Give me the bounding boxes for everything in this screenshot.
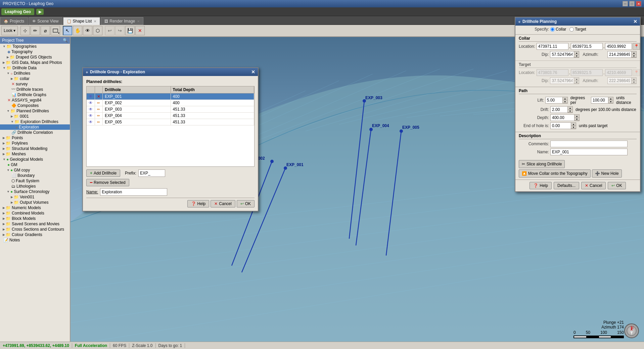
dh-group-close-button[interactable]: ✕ <box>251 69 255 75</box>
sidebar-item-combined[interactable]: ▶ 📁Combined Models <box>0 210 70 216</box>
sidebar-item-drillhole-data[interactable]: ▼ 📁Drillhole Data <box>0 65 70 71</box>
sidebar-item-points[interactable]: ▶ 📁Points <box>0 135 70 141</box>
collar-azimuth-spinner[interactable]: ▲ ▼ <box>607 51 637 58</box>
sidebar-item-block[interactable]: ▶ 📁Block Models <box>0 216 70 221</box>
sidebar-item-survey[interactable]: ✕survey <box>0 81 70 87</box>
toolbar-btn-brush[interactable]: ⬡ <box>93 26 102 35</box>
depth-down[interactable]: ▼ <box>574 118 579 121</box>
lift-spinner[interactable]: ▲ ▼ <box>545 97 568 104</box>
end-up[interactable]: ▲ <box>571 123 576 126</box>
end-down[interactable]: ▼ <box>571 126 576 129</box>
toolbar-btn-cancel[interactable]: ✕ <box>135 26 145 35</box>
end-input[interactable] <box>551 123 571 129</box>
sidebar-item-planned-dh[interactable]: ▼ 📁Planned Drillholes <box>0 108 70 114</box>
toolbar-btn-eye[interactable]: 👁 <box>83 26 92 35</box>
toolbar-btn-rect[interactable]: ▾ <box>51 26 60 35</box>
add-drillhole-button[interactable]: + Add Drillhole <box>86 169 120 177</box>
toolbar-btn-redo[interactable]: ↪ <box>115 26 125 35</box>
toolbar-btn-pointer[interactable]: ↖ <box>63 26 72 35</box>
dh-group-cancel-button[interactable]: ✕ Cancel <box>211 200 235 207</box>
look-dropdown[interactable]: Look ▾ <box>1 26 18 35</box>
toolbar-btn-undo[interactable]: ↩ <box>105 26 114 35</box>
move-collar-button[interactable]: 🔼 Move Collar onto the Topography <box>519 169 591 178</box>
sidebar-item-exploration-dh[interactable]: ▼ 📁Exploration Drillholes <box>0 119 70 124</box>
toolbar-btn-draw[interactable]: ✏ <box>31 26 40 35</box>
depth-up[interactable]: ▲ <box>574 115 579 118</box>
planning-close-button[interactable]: ✕ <box>633 19 637 24</box>
lift-dist-spinner[interactable]: ▲ ▼ <box>591 97 613 104</box>
sidebar-item-cross-sections[interactable]: ▶ 📁Cross Sections and Contours <box>0 227 70 232</box>
collar-radio-label[interactable]: Collar <box>550 27 566 32</box>
sidebar-item-numeric[interactable]: ▶ 📁Numeric Models <box>0 205 70 210</box>
toolbar-btn-cursor[interactable]: ⊹ <box>20 26 30 35</box>
collar-x-input[interactable] <box>537 43 568 50</box>
target-radio[interactable] <box>569 27 574 32</box>
collar-azimuth-input[interactable] <box>608 51 631 57</box>
collar-location-btn[interactable]: 📍 <box>633 43 640 50</box>
lift-input[interactable] <box>546 97 562 103</box>
remove-selected-button[interactable]: ━ Remove Selected <box>86 179 129 186</box>
lift-up[interactable]: ▲ <box>563 97 567 100</box>
table-row[interactable]: 👁 ✕ EXP_001 400 <box>87 93 254 100</box>
planning-name-input[interactable] <box>550 149 628 155</box>
group-name-input[interactable] <box>100 188 167 196</box>
lift-dist-up[interactable]: ▲ <box>608 97 613 100</box>
end-spinner[interactable]: ▲ ▼ <box>550 122 576 129</box>
collar-y-input[interactable] <box>571 43 603 50</box>
sidebar-item-gm[interactable]: ●GM <box>0 162 70 167</box>
sidebar-item-topography[interactable]: ◈Topography <box>0 49 70 54</box>
tab-shape-close[interactable]: ✕ <box>94 20 96 23</box>
sidebar-item-geo-models[interactable]: ▼ ●Geological Models <box>0 157 70 162</box>
tab-render-close[interactable]: ✕ <box>137 20 140 23</box>
tab-projects[interactable]: 🏠 Projects <box>0 17 28 25</box>
toolbar-btn-move[interactable]: ✋ <box>73 26 82 35</box>
dh-table-wrapper[interactable]: Drillhole Total Depth 👁 ✕ EXP_001 400 👁 … <box>86 86 255 167</box>
maximize-button[interactable]: □ <box>629 1 635 6</box>
sidebar-search-icon[interactable]: 🔍 <box>63 38 68 43</box>
planning-ok-button[interactable]: ↩ OK <box>608 182 626 189</box>
sidebar-item-dh-graphs[interactable]: 📊Drillhole Graphs <box>0 92 70 98</box>
planning-cancel-button[interactable]: ✕ Cancel <box>581 182 606 189</box>
table-row[interactable]: 👁 ✏ EXP_002 400 <box>87 100 254 106</box>
sidebar-item-saved-scenes[interactable]: ▶ 📁Saved Scenes and Movies <box>0 221 70 227</box>
new-hole-button[interactable]: ➕ New Hole <box>592 169 622 178</box>
collar-dip-down[interactable]: ▼ <box>574 54 579 57</box>
collar-az-up[interactable]: ▲ <box>632 51 636 54</box>
sidebar-item-dh-correlation[interactable]: 🔗Drillhole Correlation <box>0 130 70 135</box>
sidebar-item-output-volumes[interactable]: ▶ 📁Output Volumes <box>0 200 70 205</box>
sidebar-item-lithologies[interactable]: 🗂Lithologies <box>0 184 70 189</box>
tab-render-image[interactable]: 🖼 Render Image ✕ <box>101 17 143 25</box>
sidebar-item-gm-copy[interactable]: ▼ ●GM copy <box>0 167 70 173</box>
collar-dip-up[interactable]: ▲ <box>574 51 579 54</box>
tab-scene-view[interactable]: 👁 Scene View <box>29 17 62 25</box>
sidebar-item-gis[interactable]: ▶ 📁GIS Data, Maps and Photos <box>0 60 70 65</box>
sidebar-item-assays[interactable]: ✕ASSAYS_wgs84 <box>0 98 70 103</box>
table-row[interactable]: 👁 ✏ EXP_004 451.33 <box>87 113 254 119</box>
toolbar-btn-lasso[interactable]: ⌀ <box>41 26 50 35</box>
lift-dist-input[interactable] <box>591 97 608 103</box>
dh-group-help-button[interactable]: ❓ Help <box>187 200 210 207</box>
sidebar-item-dh-traces[interactable]: 〰Drillhole traces <box>0 87 70 92</box>
slice-drillhole-button[interactable]: ✂ Slice along Drillhole <box>519 160 565 168</box>
drift-up[interactable]: ▲ <box>568 107 572 110</box>
collar-az-down[interactable]: ▼ <box>632 54 636 57</box>
collar-dip-input[interactable] <box>550 51 574 57</box>
tab-shape-list[interactable]: 📋 Shape List ✕ <box>63 17 100 25</box>
sidebar-item-fault-system[interactable]: ⬡Fault System <box>0 178 70 184</box>
close-button[interactable]: ✕ <box>636 1 641 6</box>
depth-input[interactable] <box>551 115 574 121</box>
sidebar-item-vein001[interactable]: ▶ 📁Vein001 <box>0 194 70 200</box>
table-row[interactable]: 👁 ✏ EXP_005 451.33 <box>87 119 254 125</box>
sidebar-item-0001[interactable]: ▶ 📁0001 <box>0 114 70 119</box>
comments-input[interactable] <box>550 141 628 147</box>
collar-radio[interactable] <box>550 27 555 32</box>
sidebar-item-drillholes[interactable]: ▼ ⬦Drillholes <box>0 71 70 76</box>
drift-input[interactable] <box>551 107 567 113</box>
planning-help-button[interactable]: ❓ Help <box>530 182 552 189</box>
planning-defaults-button[interactable]: Defaults... <box>554 182 579 189</box>
lift-down[interactable]: ▼ <box>563 100 567 103</box>
prefix-input[interactable] <box>138 169 165 177</box>
sidebar-item-colour-gradients[interactable]: ▶ 📁Colour Gradients <box>0 232 70 237</box>
sidebar-item-surface-chron[interactable]: ▼ ●Surface Chronology <box>0 189 70 194</box>
toolbar-btn-save[interactable]: 💾 <box>125 26 135 35</box>
